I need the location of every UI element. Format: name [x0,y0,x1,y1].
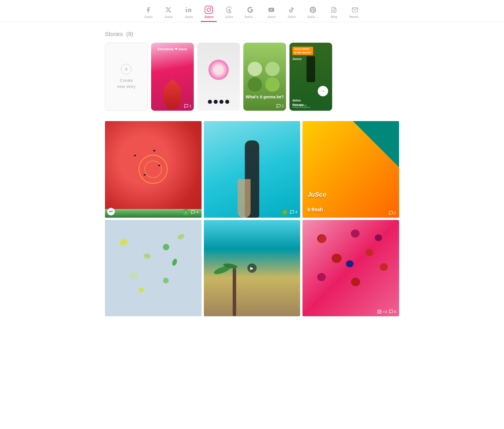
twitter-icon [164,6,172,14]
story-comment-badge-strawberry: 1 [184,104,191,108]
nav-label-linkedin: Jusco [185,15,193,18]
story-card-citrus[interactable]: What's it gonna be? 2 [243,43,286,111]
nav-label-newsletter: Newsl... [349,15,360,18]
google-icon [246,6,254,14]
nav-item-youtube[interactable]: Jusco [261,3,281,22]
nav-item-linkedin[interactable]: Jusco [178,3,199,22]
top-navigation: Jusco Jusco Jusco Jusco Jusco Jusco ... [0,0,504,22]
nav-item-threads[interactable]: Jusco [219,3,239,22]
story-card-blueberry[interactable] [197,43,240,111]
story-comment-count-strawberry: 1 [189,104,191,108]
story-card-detox[interactable]: Jusco Detoxto the rescue* Jusco → detoxt… [289,43,332,111]
stories-row: + Createnew story Everybody ❤ Jusco 1 [105,43,399,111]
oj-overlay: 2 [302,208,399,218]
create-story-card[interactable]: + Createnew story [105,43,148,111]
nav-label-threads: Jusco [225,15,233,18]
stories-count: (9) [126,31,133,37]
pinterest-icon [309,6,317,14]
posts-grid: GIF ✓ 4 ✓ 4 [105,121,399,316]
stories-header: Stories (9) [105,31,399,37]
grid-item-watermelon[interactable]: GIF ✓ 4 [105,121,202,218]
story-detox-brand: Jusco [292,57,302,61]
nav-label-google: Jusco ... [244,15,256,18]
nav-item-google[interactable]: Jusco ... [239,3,261,22]
nav-item-instagram[interactable]: Jusco [199,3,219,22]
nav-label-twitter: Jusco [164,15,173,18]
nav-label-youtube: Jusco [267,15,276,18]
instagram-icon [205,6,213,14]
youtube-icon [267,6,275,14]
blog-icon [330,6,338,14]
story-comment-count-citrus: 2 [282,104,284,108]
comment-count-bottle: 4 [290,210,297,215]
grid-item-bottle[interactable]: ✓ 4 [204,121,300,218]
bottle-overlay: ✓ 4 [204,207,300,218]
comment-count-watermelon: 4 [191,210,198,215]
story-overlay-whats-it: What's it gonna be? [243,95,286,99]
album-badge-raspberry: +3 [377,309,387,314]
svg-point-0 [186,7,187,8]
stories-title: Stories [105,31,123,37]
nav-item-newsletter[interactable]: Newsl... [344,3,366,22]
nav-item-tiktok[interactable]: Jusco [281,3,302,22]
nav-label-instagram: Jusco [204,15,214,18]
nav-label-pinterest: Jusco ... [307,15,319,18]
create-plus-icon: + [121,64,131,74]
watermelon-overlay: ✓ 4 [105,207,202,218]
newsletter-icon [351,6,359,14]
nav-item-blog[interactable]: Blog [324,3,344,22]
check-badge-bottle: ✓ [282,209,288,215]
grid-item-beach[interactable]: ▶ [204,220,300,317]
grid-item-lime[interactable] [105,220,202,317]
comment-count-oj: 2 [389,211,396,215]
check-badge-watermelon: ✓ [183,209,189,215]
story-overlay-everybody-loves: Everybody ❤ Jusco [151,47,194,51]
raspberry-overlay: +3 5 [302,307,399,316]
story-card-strawberry[interactable]: Everybody ❤ Jusco 1 [151,43,194,111]
grid-item-raspberry[interactable]: +3 5 [302,220,399,317]
tiktok-icon [287,6,296,14]
create-story-label: Createnew story [117,77,136,89]
linkedin-icon [185,6,193,14]
story-comment-badge-citrus: 2 [276,104,284,108]
nav-item-twitter[interactable]: Jusco [158,3,178,22]
story-detox-badge: Jusco Detoxto the rescue* [292,47,313,55]
story-detox-arrow: → [318,86,328,96]
main-content: Stories (9) + Createnew story Everybody … [93,22,411,325]
comment-count-raspberry: 5 [389,309,396,314]
nav-label-blog: Blog [331,15,337,18]
nav-label-tiktok: Jusco [287,15,296,18]
facebook-icon [144,6,152,14]
threads-icon [225,6,233,14]
svg-point-6 [379,311,379,311]
story-detox-small-text: FRESH BLENDSPINACH & APPLE [292,104,310,108]
nav-item-pinterest[interactable]: Jusco ... [302,3,324,22]
nav-item-facebook[interactable]: Jusco [138,3,158,22]
nav-label-facebook: Jusco [144,15,153,18]
grid-item-orange-juice[interactable]: JuSco b fresh 2 [302,121,399,218]
play-badge-beach: ▶ [247,264,257,273]
